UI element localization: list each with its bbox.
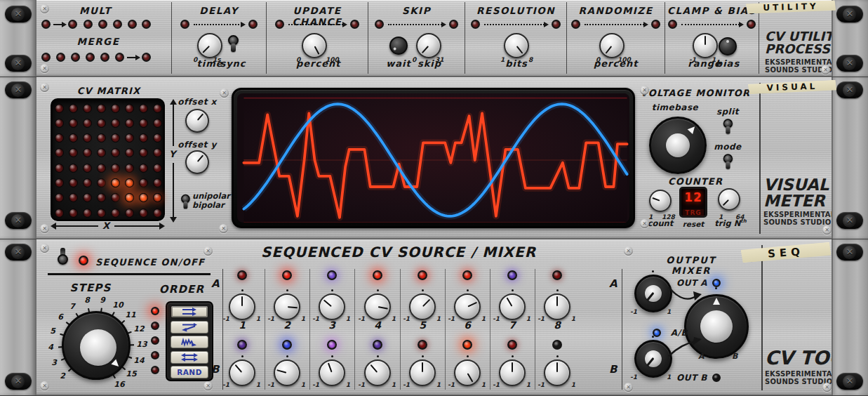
matrix-led — [125, 119, 134, 128]
matrix-led — [69, 164, 78, 173]
resolution-knob[interactable] — [504, 33, 529, 58]
step-6-a-knob[interactable] — [454, 293, 481, 320]
seq-column-2: -112-11 — [265, 268, 309, 394]
step-2-a-knob[interactable] — [274, 293, 300, 320]
step-5-a-knob[interactable] — [409, 293, 436, 320]
mult-out-led — [128, 20, 137, 29]
step-number: 4 — [355, 319, 400, 331]
rack-screw-icon — [836, 373, 863, 390]
order-led-2 — [151, 322, 159, 330]
visual-studio: EKSSPERIMENTAL SOUNDS STUDIO — [763, 211, 835, 226]
rack-screw-icon — [5, 81, 32, 98]
randomize-knob[interactable] — [599, 33, 625, 58]
counter-trig-knob[interactable] — [718, 188, 740, 211]
y-axis-line — [173, 163, 174, 218]
steps-dial: 2345678910111213141516 — [40, 289, 152, 396]
update-percent-label: percent — [296, 58, 333, 69]
order-led-1 — [151, 307, 159, 315]
matrix-led — [69, 209, 78, 218]
step-6-b-knob[interactable] — [454, 359, 481, 386]
panel-screw-icon — [203, 246, 213, 256]
mode-label: mode — [710, 142, 745, 152]
order-button-random[interactable] — [171, 336, 208, 348]
step-a-led — [418, 270, 427, 280]
order-button-pingpong[interactable] — [171, 351, 208, 364]
skip-flow-arrow-icon — [388, 24, 445, 25]
delay-out-led — [248, 20, 258, 29]
matrix-led — [125, 164, 134, 173]
steps-knob[interactable] — [62, 311, 131, 380]
delay-sync-label: sync — [218, 58, 248, 69]
matrix-led — [69, 133, 78, 143]
rack-rail — [0, 239, 36, 395]
rack-rail — [832, 239, 868, 395]
step-number: 3 — [309, 319, 354, 331]
step-b-led — [462, 340, 472, 350]
skip-knob[interactable] — [416, 33, 441, 58]
mult-out-led — [68, 20, 77, 29]
step-number: 2 — [265, 319, 309, 331]
matrix-led — [69, 193, 78, 202]
matrix-led — [153, 104, 162, 113]
update-chance-knob[interactable] — [302, 33, 327, 58]
mode-toggle[interactable] — [721, 154, 734, 169]
step-4-b-knob[interactable] — [364, 359, 391, 386]
step-8-b-knob[interactable] — [544, 359, 570, 386]
seq-column-1: -111-11 — [220, 268, 265, 394]
delay-sync-toggle[interactable] — [226, 35, 240, 52]
timebase-knob[interactable] — [649, 117, 707, 174]
delay-time-knob[interactable] — [197, 33, 222, 58]
seq-column-8: -118-11 — [535, 268, 580, 394]
rack-screw-icon — [5, 212, 32, 229]
counter-reset-display[interactable]: 12 TRG — [679, 187, 707, 218]
skip-skip-label: skip — [413, 58, 446, 69]
clamp-range-knob[interactable] — [693, 33, 718, 58]
order-button-zigzag[interactable] — [171, 321, 208, 334]
order-button-rand[interactable]: RAND — [171, 366, 208, 378]
matrix-led — [125, 104, 134, 113]
step-a-led — [237, 270, 247, 280]
seq-column-5: -115-11 — [400, 268, 445, 394]
step-1-a-knob[interactable] — [229, 293, 255, 320]
step-3-a-knob[interactable] — [319, 293, 345, 320]
matrix-led — [139, 193, 148, 202]
matrix-led — [97, 164, 106, 173]
step-2-b-knob[interactable] — [274, 359, 300, 386]
panel-screw-icon — [822, 225, 832, 235]
skip-wait-knob[interactable] — [389, 37, 408, 55]
matrix-led — [139, 133, 148, 143]
step-5-b-knob[interactable] — [409, 359, 436, 386]
panel-screw-icon — [40, 224, 49, 233]
order-rand-label: RAND — [177, 368, 202, 376]
offset-x-knob[interactable] — [185, 109, 209, 133]
randomize-section: RANDOMIZE 0 100 percent — [567, 2, 665, 74]
counter-count-knob[interactable] — [649, 190, 672, 212]
clamp-flow-arrow-icon — [681, 24, 742, 25]
step-8-a-knob[interactable] — [544, 293, 570, 320]
order-button-forward[interactable] — [171, 305, 208, 318]
step-b-led — [418, 340, 427, 350]
row-a-label-left: A — [211, 277, 220, 290]
clamp-out-led — [747, 20, 756, 29]
split-toggle[interactable] — [721, 119, 734, 134]
polarity-toggle[interactable] — [180, 194, 192, 209]
merge-in-led — [41, 53, 51, 62]
matrix-led — [97, 104, 106, 113]
step-3-b-knob[interactable] — [319, 359, 345, 386]
steps-tick-label: 16 — [113, 380, 126, 389]
step-1-b-knob[interactable] — [229, 359, 255, 386]
step-4-a-knob[interactable] — [364, 293, 391, 320]
clamp-bias-knob[interactable] — [719, 37, 737, 55]
step-7-a-knob[interactable] — [499, 293, 526, 320]
matrix-led — [125, 178, 134, 187]
merge-in-led — [71, 53, 80, 62]
matrix-led — [153, 178, 162, 187]
step-7-b-knob[interactable] — [499, 359, 526, 386]
out-b-led — [712, 374, 721, 382]
rack-screw-icon — [836, 6, 863, 22]
offset-y-knob[interactable] — [185, 150, 209, 174]
column-separator — [265, 269, 265, 390]
y-axis-label: Y — [169, 149, 175, 159]
voltage-monitor-title: VOLTAGE MONITOR — [632, 88, 759, 98]
sequence-onoff-toggle[interactable] — [55, 248, 69, 265]
